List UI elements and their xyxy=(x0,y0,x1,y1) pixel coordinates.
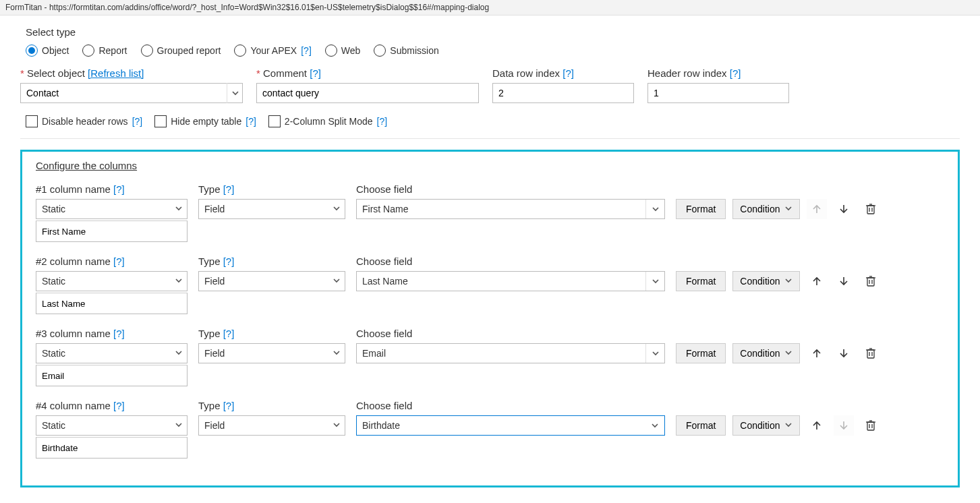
column-type-dropdown[interactable]: Field xyxy=(198,415,345,436)
help-icon[interactable] xyxy=(223,256,235,267)
choose-field-label: Choose field xyxy=(356,183,665,195)
chevron-down-icon[interactable] xyxy=(227,83,243,103)
column-name-type-dropdown[interactable]: Static xyxy=(36,271,188,291)
column-name-label: #2 column name xyxy=(36,256,188,267)
move-down-button[interactable] xyxy=(834,199,854,219)
delete-button[interactable] xyxy=(861,199,881,219)
help-icon[interactable] xyxy=(563,67,574,79)
refresh-list-link[interactable]: [Refresh list] xyxy=(88,67,144,79)
choose-field-dropdown[interactable]: Last Name xyxy=(356,271,665,291)
choose-field-label: Choose field xyxy=(356,328,665,339)
window-titlebar: FormTitan - https://formtitan.com/addins… xyxy=(0,0,980,16)
chevron-down-icon xyxy=(645,200,664,218)
radio-your-apex[interactable]: Your APEX xyxy=(234,45,311,57)
radio-grouped-report[interactable]: Grouped report xyxy=(141,45,221,57)
choose-field-dropdown[interactable]: Birthdate xyxy=(356,415,665,436)
radio-dot-icon xyxy=(26,45,38,57)
format-button[interactable]: Format xyxy=(676,271,726,291)
header-row-index-input[interactable] xyxy=(647,83,789,103)
checkbox-icon xyxy=(154,115,167,127)
help-icon[interactable] xyxy=(310,67,321,79)
select-object-dropdown[interactable] xyxy=(20,83,243,103)
column-name-type-dropdown[interactable]: Static xyxy=(36,199,188,219)
data-row-index-input[interactable] xyxy=(492,83,634,103)
radio-object[interactable]: Object xyxy=(26,45,69,57)
help-icon[interactable] xyxy=(113,400,125,411)
move-up-button[interactable] xyxy=(807,343,827,363)
radio-dot-icon xyxy=(325,45,337,57)
format-button[interactable]: Format xyxy=(676,343,726,363)
condition-button[interactable]: Condition xyxy=(732,415,799,436)
help-icon[interactable] xyxy=(730,67,741,79)
type-label: Type xyxy=(198,256,345,267)
select-type-radios: Object Report Grouped report Your APEX W… xyxy=(26,45,960,57)
condition-button[interactable]: Condition xyxy=(732,271,799,291)
delete-button[interactable] xyxy=(861,271,881,291)
radio-report[interactable]: Report xyxy=(82,45,127,57)
help-icon[interactable] xyxy=(113,256,125,267)
chevron-down-icon xyxy=(645,344,664,363)
configure-columns-title: Configure the columns xyxy=(36,160,137,171)
column-name-label: #4 column name xyxy=(36,400,188,411)
column-row-3: #3 column name Type Choose field Static … xyxy=(36,328,944,386)
checkbox-icon xyxy=(268,115,281,127)
chevron-down-icon xyxy=(784,420,792,431)
radio-label: Your APEX xyxy=(250,45,297,56)
condition-button[interactable]: Condition xyxy=(732,343,799,363)
help-icon[interactable] xyxy=(223,400,235,411)
chevron-down-icon xyxy=(645,416,664,435)
choose-field-dropdown[interactable]: Email xyxy=(356,343,665,363)
help-icon[interactable] xyxy=(246,116,256,127)
comment-label: * Comment xyxy=(256,67,479,79)
help-icon[interactable] xyxy=(301,45,312,56)
select-object-label: * Select object [Refresh list] xyxy=(20,67,243,79)
radio-label: Report xyxy=(98,45,127,56)
column-name-input[interactable] xyxy=(36,365,188,386)
help-icon[interactable] xyxy=(132,116,143,127)
radio-submission[interactable]: Submission xyxy=(374,45,438,57)
column-name-input[interactable] xyxy=(36,220,188,242)
delete-button[interactable] xyxy=(861,343,881,363)
chevron-down-icon xyxy=(645,272,664,291)
column-name-input[interactable] xyxy=(36,293,188,314)
checkbox-label: Hide empty table xyxy=(171,116,241,127)
help-icon[interactable] xyxy=(113,328,125,339)
chevron-down-icon xyxy=(333,276,341,287)
column-name-type-dropdown[interactable]: Static xyxy=(36,415,188,436)
move-down-button[interactable] xyxy=(834,271,854,291)
comment-input[interactable] xyxy=(256,83,479,103)
help-icon[interactable] xyxy=(223,328,235,339)
column-type-dropdown[interactable]: Field xyxy=(198,199,345,219)
column-type-dropdown[interactable]: Field xyxy=(198,271,345,291)
column-type-dropdown[interactable]: Field xyxy=(198,343,345,363)
column-name-type-dropdown[interactable]: Static xyxy=(36,343,188,363)
radio-label: Object xyxy=(42,45,69,56)
type-label: Type xyxy=(198,183,345,195)
format-button[interactable]: Format xyxy=(676,415,726,436)
move-down-button[interactable] xyxy=(834,343,854,363)
column-name-input[interactable] xyxy=(36,437,188,458)
move-up-button xyxy=(807,199,827,219)
radio-web[interactable]: Web xyxy=(325,45,361,57)
move-up-button[interactable] xyxy=(807,415,827,436)
disable-header-checkbox[interactable]: Disable header rows xyxy=(26,115,142,127)
choose-field-label: Choose field xyxy=(356,256,665,267)
split-mode-checkbox[interactable]: 2-Column Split Mode xyxy=(268,115,387,127)
help-icon[interactable] xyxy=(223,183,235,195)
move-up-button[interactable] xyxy=(807,271,827,291)
choose-field-dropdown[interactable]: First Name xyxy=(356,199,665,219)
delete-button[interactable] xyxy=(861,415,881,436)
hide-empty-checkbox[interactable]: Hide empty table xyxy=(154,115,256,127)
chevron-down-icon xyxy=(784,348,792,359)
svg-rect-16 xyxy=(867,350,874,358)
help-icon[interactable] xyxy=(377,116,388,127)
column-name-label: #3 column name xyxy=(36,328,188,339)
condition-button[interactable]: Condition xyxy=(732,199,799,219)
format-button[interactable]: Format xyxy=(676,199,726,219)
column-name-label: #1 column name xyxy=(36,183,188,195)
help-icon[interactable] xyxy=(113,183,125,195)
chevron-down-icon xyxy=(333,420,341,431)
choose-field-label: Choose field xyxy=(356,400,665,411)
checkbox-label: 2-Column Split Mode xyxy=(285,116,373,127)
radio-dot-icon xyxy=(82,45,94,57)
